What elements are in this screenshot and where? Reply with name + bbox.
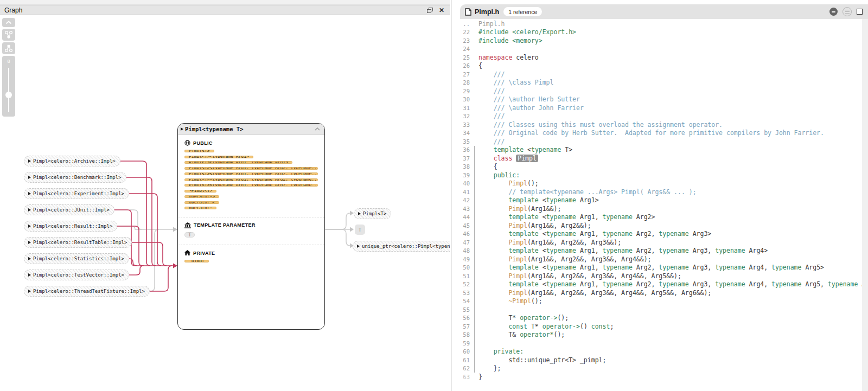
- code-scrollbar[interactable]: [862, 15, 868, 391]
- reference-count-badge[interactable]: 1 reference: [503, 7, 542, 16]
- code-line-text[interactable]: T* operator->();: [478, 314, 569, 322]
- center-node-header[interactable]: Pimpl<typename T>: [178, 124, 324, 135]
- code-line-text[interactable]: public:: [478, 171, 520, 179]
- code-line-text[interactable]: /// \author Herb Sutter: [478, 95, 580, 103]
- member-pill[interactable]: Pimpl<T><typename Arg1>: [184, 156, 253, 158]
- graph-node-instantiation[interactable]: Pimpl<celero::Statistics::Impl>: [24, 253, 129, 264]
- code-line-text[interactable]: /// \class Pimpl: [478, 79, 553, 86]
- code-line-text[interactable]: Pimpl(Arg1&&, Arg2&&, Arg3&&, Arg4&&, Ar…: [478, 272, 681, 280]
- line-number: 40: [456, 180, 474, 187]
- code-line-text[interactable]: Pimpl(Arg1&&, Arg2&&, Arg3&&, Arg4&&, Ar…: [478, 289, 711, 297]
- code-line: 41 // template<typename ...Args> Pimpl( …: [456, 188, 862, 196]
- custom-trail-button[interactable]: [2, 29, 15, 41]
- collapse-chevron-icon[interactable]: [315, 127, 320, 131]
- code-line-text[interactable]: ///: [478, 112, 505, 120]
- code-line-text[interactable]: private:: [478, 348, 524, 355]
- member-pill[interactable]: ~Pimpl<T>: [184, 190, 216, 193]
- member-pill[interactable]: T: [184, 232, 195, 238]
- code-area: .. Pimpl.h 22#include <celero/Export.h>2…: [451, 20, 862, 391]
- code-line-text[interactable]: class Pimpl: [478, 155, 538, 162]
- center-class-node[interactable]: Pimpl<typename T> PUBLIC Pimpl<T>Pimpl<T…: [177, 123, 325, 330]
- member-pill[interactable]: Pimpl<T><typename Arg1, typename Arg2>: [184, 161, 292, 164]
- hierarchy-depth-button[interactable]: [2, 42, 15, 54]
- member-pill[interactable]: Pimpl<T><typename Arg1, typename Arg2, t…: [184, 172, 318, 175]
- code-line-text[interactable]: Pimpl(Arg1&&);: [478, 205, 561, 213]
- member-pill[interactable]: operator->: [184, 201, 219, 204]
- graph-node-instantiation[interactable]: Pimpl<celero::ThreadTestFixture::Impl>: [24, 286, 150, 297]
- code-line-text[interactable]: Pimpl(Arg1&&, Arg2&&);: [478, 222, 591, 229]
- member-pill[interactable]: operator*: [184, 207, 216, 209]
- code-line-text[interactable]: template <typename Arg1>: [478, 196, 599, 204]
- code-line-text[interactable]: Pimpl(Arg1&&, Arg2&&, Arg3&&, Arg4&&);: [478, 255, 652, 263]
- graph-node-instantiation[interactable]: Pimpl<celero::Archive::Impl>: [24, 156, 120, 166]
- code-line-text[interactable]: ///: [478, 87, 505, 95]
- code-line-text[interactable]: /// Classes using this must overload the…: [478, 121, 723, 129]
- member-pill[interactable]: Pimpl<T><typename Arg1, typename Arg2, t…: [184, 178, 318, 181]
- code-line-text[interactable]: template <typename Arg1, typename Arg2, …: [478, 280, 862, 288]
- code-line-text[interactable]: {: [478, 62, 482, 69]
- code-line-text[interactable]: template <typename Arg1, typename Arg2>: [478, 213, 655, 221]
- code-line: 61 std::unique_ptr<T> _pimpl;: [456, 356, 862, 364]
- code-line-text[interactable]: template <typename Arg1, typename Arg2, …: [478, 230, 711, 238]
- float-window-icon[interactable]: [425, 7, 434, 14]
- code-line-text[interactable]: // template<typename ...Args> Pimpl( Arg…: [478, 188, 697, 196]
- code-line-text[interactable]: template <typename Arg1, typename Arg2, …: [478, 264, 824, 271]
- code-line-text[interactable]: std::unique_ptr<T> _pimpl;: [478, 356, 606, 364]
- active-scope-marker: [474, 348, 478, 356]
- code-line-text[interactable]: ///: [478, 70, 505, 78]
- active-scope-marker: [474, 255, 478, 264]
- member-pill[interactable]: operator->: [184, 195, 219, 198]
- graph-depth-slider[interactable]: 8: [2, 56, 15, 117]
- code-line-text[interactable]: ///: [478, 138, 505, 145]
- code-line-text[interactable]: };: [478, 364, 501, 372]
- graph-node-instantiation[interactable]: Pimpl<celero::Result::Impl>: [24, 221, 117, 232]
- code-line-text[interactable]: }: [478, 373, 482, 381]
- slider-thumb[interactable]: [5, 92, 12, 98]
- member-pill[interactable]: Pimpl<T><typename Arg1, typename Arg2, t…: [184, 184, 318, 187]
- center-node-title: Pimpl<typename T>: [185, 126, 243, 132]
- code-line-text[interactable]: /// Original code by Herb Sutter. Adapte…: [478, 129, 824, 137]
- section-private-label: PRIVATE: [184, 250, 318, 256]
- code-line-text[interactable]: {: [478, 163, 497, 170]
- snippet-expand-dots[interactable]: ..: [456, 21, 474, 27]
- member-pill[interactable]: Pimpl<T><typename Arg1, typename Arg2, t…: [184, 167, 318, 170]
- code-line-text[interactable]: template <typename T>: [478, 146, 572, 153]
- snippet-view-button[interactable]: [843, 7, 852, 16]
- graph-node-instantiation[interactable]: Pimpl<celero::ResultTable::Impl>: [24, 237, 132, 248]
- active-scope-marker: [474, 204, 478, 213]
- code-line-text[interactable]: T& operator*();: [478, 331, 565, 338]
- code-line-text[interactable]: #include <celero/Export.h>: [478, 28, 576, 36]
- member-pill[interactable]: Pimpl<T>: [184, 150, 214, 152]
- code-line: 40 Pimpl();: [456, 180, 862, 188]
- active-scope-marker: [474, 247, 478, 255]
- member-pill[interactable]: _pimpl: [184, 260, 209, 262]
- code-line-text[interactable]: const T* operator->() const;: [478, 323, 614, 330]
- maximize-code-view-button[interactable]: [857, 9, 863, 15]
- close-panel-icon[interactable]: ✕: [437, 7, 446, 14]
- file-tab-title[interactable]: Pimpl.h: [475, 8, 499, 16]
- collapse-toolbar-button[interactable]: [2, 18, 15, 27]
- graph-node-reference[interactable]: unique_ptr<celero::Pimpl<typena: [353, 241, 450, 252]
- code-line-text[interactable]: namespace celero: [478, 54, 539, 61]
- graph-node-reference[interactable]: Pimpl<T>: [354, 208, 391, 219]
- line-number: 58: [456, 331, 474, 338]
- code-line-text[interactable]: /// \author John Farrier: [478, 104, 584, 112]
- graph-node-instantiation[interactable]: Pimpl<celero::Experiment::Impl>: [24, 188, 129, 199]
- code-line: 63}: [456, 373, 862, 381]
- minimize-code-view-button[interactable]: [829, 8, 838, 16]
- snippet-file-title[interactable]: Pimpl.h: [478, 20, 505, 28]
- snippet-header-row[interactable]: .. Pimpl.h: [456, 20, 862, 28]
- code-line: 58 T& operator*();: [456, 331, 862, 339]
- graph-node-instantiation[interactable]: Pimpl<celero::Benchmark::Impl>: [24, 172, 126, 183]
- node-label: Pimpl<celero::TestVector::Impl>: [33, 272, 124, 278]
- scope-marker-slot: [474, 62, 478, 70]
- code-line-text[interactable]: Pimpl();: [478, 180, 539, 187]
- line-number: 51: [456, 273, 474, 279]
- code-line-text[interactable]: template <typename Arg1, typename Arg2, …: [478, 247, 768, 254]
- code-line-text[interactable]: ~Pimpl();: [478, 297, 542, 305]
- graph-node-instantiation[interactable]: Pimpl<celero::TestVector::Impl>: [24, 270, 129, 280]
- code-line-text[interactable]: Pimpl(Arg1&&, Arg2&&, Arg3&&);: [478, 239, 621, 246]
- graph-node-instantiation[interactable]: Pimpl<celero::JUnit::Impl>: [24, 204, 114, 215]
- code-line-text[interactable]: #include <memory>: [478, 37, 542, 44]
- graph-node-type[interactable]: T: [355, 225, 365, 235]
